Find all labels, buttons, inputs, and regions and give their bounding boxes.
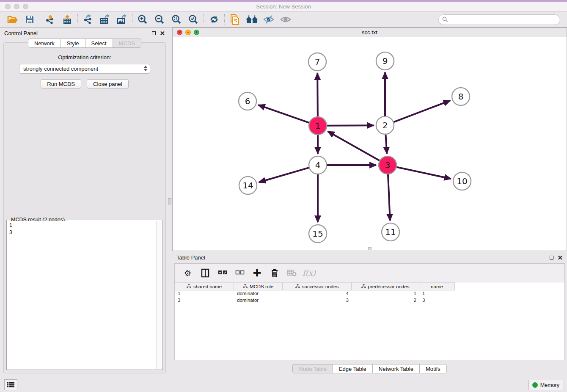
table-cell[interactable]: 1 (419, 290, 455, 297)
close-table-panel-icon[interactable]: ✕ (557, 254, 563, 261)
svg-text:10: 10 (457, 176, 467, 186)
table-settings-button[interactable]: ⚙ (180, 266, 195, 280)
table-row[interactable]: 3dominator323 (175, 297, 564, 304)
zoom-selected-button[interactable] (185, 13, 202, 26)
column-header-successor-nodes[interactable]: successor nodes (283, 282, 352, 290)
node-9[interactable]: 9 (376, 52, 394, 70)
node-8[interactable]: 8 (452, 88, 470, 105)
node-1[interactable]: 1 (309, 117, 327, 135)
node-6[interactable]: 6 (239, 92, 256, 110)
function-builder-button[interactable]: f(x) (301, 266, 317, 280)
node-3[interactable]: 3 (379, 156, 396, 174)
float-table-panel-icon[interactable] (550, 256, 553, 259)
zoom-in-button[interactable] (134, 13, 151, 26)
network-canvas[interactable]: 7968124314101511 (172, 37, 567, 251)
zoom-fit-button[interactable] (168, 13, 185, 26)
add-entry-button[interactable] (249, 266, 265, 280)
table-panel: Table Panel ✕ ⚙ f(x) shared (172, 252, 567, 377)
table-cell[interactable]: 1 (175, 290, 234, 297)
deselect-all-button[interactable] (232, 266, 248, 280)
node-2[interactable]: 2 (376, 116, 394, 134)
zoom-out-button[interactable] (151, 13, 168, 26)
tab-network[interactable]: Network (28, 39, 61, 48)
export-network-button[interactable] (80, 13, 96, 26)
select-all-button[interactable] (215, 266, 230, 280)
float-panel-icon[interactable] (152, 31, 156, 35)
node-14[interactable]: 14 (239, 177, 257, 194)
table-tab-edge-table[interactable]: Edge Table (333, 364, 373, 373)
edge-1-6[interactable] (258, 105, 309, 123)
svg-text:8: 8 (458, 91, 464, 102)
node-11[interactable]: 11 (382, 223, 399, 241)
network-minimize-button[interactable]: − (185, 30, 191, 35)
tab-mcds[interactable]: MCDS (113, 39, 141, 48)
column-header-name[interactable]: name (419, 282, 455, 290)
toolbar-separator (40, 14, 40, 25)
mcds-result-scrollbar[interactable] (156, 221, 162, 369)
edge-1-2[interactable] (327, 125, 374, 126)
table-cell[interactable]: 3 (419, 297, 455, 304)
table-cell[interactable]: dominator (234, 290, 283, 297)
node-table[interactable]: shared nameMCDS rolesuccessor nodesprede… (174, 282, 565, 360)
edge-3-11[interactable] (388, 174, 390, 221)
hide-selected-button[interactable] (260, 13, 277, 26)
import-network-icon (45, 14, 55, 25)
save-session-button[interactable] (21, 13, 38, 26)
table-tab-network-table[interactable]: Network Table (373, 364, 420, 373)
node-15[interactable]: 15 (309, 225, 327, 243)
open-session-button[interactable] (4, 13, 21, 26)
clone-network-button[interactable] (226, 13, 243, 26)
export-table-icon (99, 14, 110, 25)
table-cell[interactable]: 3 (175, 297, 234, 304)
delete-column-button[interactable] (284, 266, 300, 280)
table-tab-node-table[interactable]: Node Table (292, 364, 333, 373)
column-header-shared-name[interactable]: shared name (175, 282, 234, 290)
table-tab-motifs[interactable]: Motifs (420, 364, 447, 373)
panel-splitter-grip[interactable] (168, 198, 171, 204)
tab-style[interactable]: Style (61, 39, 85, 48)
memory-status-icon (532, 382, 538, 388)
tab-select[interactable]: Select (85, 39, 113, 48)
node-10[interactable]: 10 (453, 172, 471, 190)
search-input[interactable] (438, 14, 560, 25)
column-tree-icon (187, 284, 191, 289)
mcds-result-text[interactable]: 1 3 (8, 221, 156, 369)
run-mcds-button[interactable]: Run MCDS (41, 79, 81, 88)
network-close-button[interactable]: × (177, 30, 182, 35)
first-neighbors-button[interactable] (243, 13, 260, 26)
table-cell[interactable]: 4 (283, 290, 352, 297)
import-table-button[interactable] (59, 13, 76, 26)
node-4[interactable]: 4 (309, 156, 327, 174)
task-history-button[interactable] (4, 379, 17, 390)
table-cell[interactable]: 2 (352, 297, 419, 304)
export-image-button[interactable] (113, 13, 130, 26)
toggle-panel-button[interactable] (197, 266, 213, 280)
edge-4-14[interactable] (259, 168, 309, 182)
show-all-button[interactable] (277, 13, 294, 26)
optimization-select[interactable]: strongly connected component (19, 64, 150, 74)
table-cell[interactable]: dominator (234, 297, 283, 304)
import-network-button[interactable] (42, 13, 59, 26)
edge-3-1[interactable] (328, 131, 380, 160)
network-maximize-button[interactable]: + (194, 30, 199, 35)
edge-2-3[interactable] (385, 134, 387, 154)
edge-1-7[interactable] (317, 73, 318, 117)
table-row[interactable]: 1dominator411 (175, 290, 564, 297)
delete-entry-button[interactable] (267, 266, 282, 280)
close-panel-button[interactable]: Close panel (87, 79, 129, 88)
edge-3-10[interactable] (396, 167, 451, 179)
network-resize-grip[interactable] (368, 247, 372, 250)
table-cell[interactable]: 1 (352, 290, 419, 297)
table-cell[interactable]: 3 (283, 297, 352, 304)
network-window-title: scc.txt (173, 29, 567, 36)
mcds-result-box: MCDS result (2 nodes) 1 3 (6, 220, 163, 370)
column-header-predecessor-nodes[interactable]: predecessor nodes (352, 282, 419, 290)
checked-boxes-icon (218, 270, 227, 276)
apply-layout-button[interactable] (206, 13, 223, 26)
column-header-MCDS-role[interactable]: MCDS role (234, 282, 283, 290)
edge-2-8[interactable] (394, 101, 450, 122)
close-panel-icon[interactable]: ✕ (160, 30, 165, 36)
export-table-button[interactable] (96, 13, 113, 26)
node-7[interactable]: 7 (308, 53, 326, 71)
memory-button[interactable]: Memory (528, 380, 564, 390)
